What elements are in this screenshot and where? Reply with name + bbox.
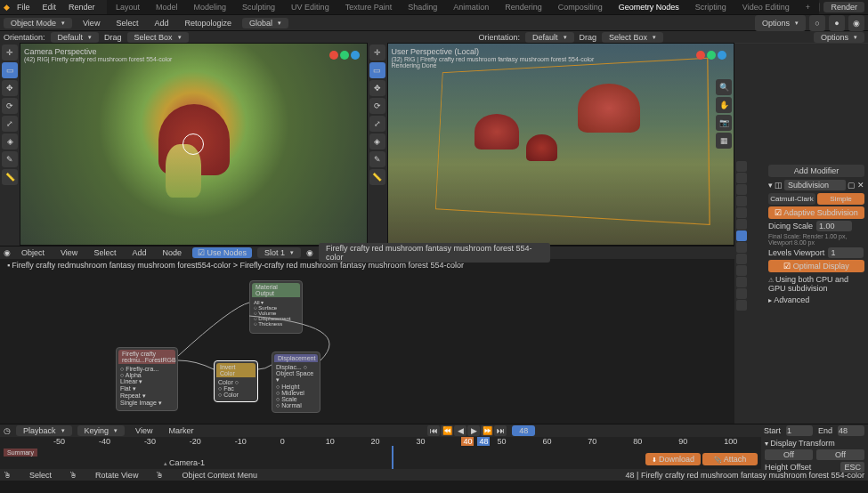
play-icon[interactable]: ▶ xyxy=(467,425,480,436)
props-tab-material-icon[interactable] xyxy=(736,288,747,299)
persp-icon[interactable]: ▦ xyxy=(716,133,732,149)
hdr-object[interactable]: Retopologize xyxy=(179,17,237,29)
menu-file[interactable]: File xyxy=(12,1,36,13)
scale-tool2-icon[interactable]: ⤢ xyxy=(369,116,385,132)
select-tool2-icon[interactable]: ▭ xyxy=(369,62,385,78)
options-dropdown2[interactable]: Options xyxy=(814,32,864,43)
cursor-tool-icon[interactable]: ✛ xyxy=(2,44,18,61)
node-object[interactable]: Object xyxy=(16,246,50,259)
rotate-tool-icon[interactable]: ⟳ xyxy=(2,98,18,114)
keying-menu[interactable]: Keying xyxy=(77,425,126,436)
add-modifier-button[interactable]: Add Modifier xyxy=(768,165,864,177)
selectbox-dropdown2[interactable]: Select Box xyxy=(602,32,663,43)
node-select[interactable]: Select xyxy=(88,246,121,259)
props-tab-view-icon[interactable] xyxy=(736,184,747,195)
playhead[interactable] xyxy=(392,446,393,469)
nav-gizmo2[interactable] xyxy=(696,51,726,60)
move-tool-icon[interactable]: ✥ xyxy=(2,80,18,96)
end-frame-input[interactable] xyxy=(838,425,864,436)
download-button[interactable]: ⬇ Download xyxy=(645,453,701,465)
ws-model[interactable]: Model xyxy=(150,1,183,13)
viewport-right[interactable]: User Perspective (Local) (32) RIG | Fire… xyxy=(387,43,735,246)
ws-add[interactable]: + xyxy=(800,1,815,13)
annotate-tool-icon[interactable]: ✎ xyxy=(2,151,18,167)
hdr-select[interactable]: Select xyxy=(110,17,143,29)
hdr-view[interactable]: View xyxy=(77,17,105,29)
ws-uv[interactable]: UV Editing xyxy=(286,1,335,13)
adaptive-checkbox[interactable]: ☑ Adaptive Subdivision xyxy=(768,206,864,219)
props-tab-constraint-icon[interactable] xyxy=(736,265,747,276)
menu-edit[interactable]: Edit xyxy=(37,1,62,13)
jump-end-icon[interactable]: ⏭ xyxy=(494,425,507,436)
transform-tool-icon[interactable]: ◈ xyxy=(2,133,18,150)
ws-layout[interactable]: Layout xyxy=(110,1,145,13)
ws-modeling[interactable]: Modeling xyxy=(189,1,232,13)
tab-catmull[interactable]: Catmull-Clark xyxy=(768,193,815,205)
levels-input[interactable] xyxy=(828,247,864,258)
current-frame[interactable]: 48 xyxy=(512,425,535,436)
display-off1[interactable]: Off xyxy=(765,449,813,460)
attach-button[interactable]: 📎 Attach xyxy=(702,453,758,465)
props-tab-physics-icon[interactable] xyxy=(736,254,747,264)
props-tab-world-icon[interactable] xyxy=(736,207,747,218)
ws-geonodes[interactable]: Geometry Nodes xyxy=(613,1,685,13)
mode-select[interactable]: Object Mode xyxy=(4,18,72,28)
timeline-view[interactable]: View xyxy=(130,424,158,437)
modifier-view-icon[interactable]: ▢ xyxy=(848,181,856,190)
props-tab-modifier-icon[interactable] xyxy=(736,230,747,241)
slot-select[interactable]: Slot 1 xyxy=(257,247,301,258)
transform-global[interactable]: Global xyxy=(242,18,288,28)
timeline-editor-icon[interactable]: ◷ xyxy=(4,426,11,435)
playback-menu[interactable]: Playback xyxy=(16,425,72,436)
node-displacement[interactable]: Displacement Displac... ○Object Space ▾○… xyxy=(272,352,320,413)
node-texcoord[interactable]: Firefly crafty redmu...ForestRGB ○ Firef… xyxy=(116,347,178,411)
nav-gizmo[interactable] xyxy=(329,51,360,60)
rotate-tool2-icon[interactable]: ⟳ xyxy=(369,98,385,114)
summary-row[interactable]: Summary xyxy=(4,449,37,457)
ws-sculpt[interactable]: Sculpting xyxy=(237,1,280,13)
jump-start-icon[interactable]: ⏮ xyxy=(427,425,440,436)
prev-key-icon[interactable]: ⏪ xyxy=(441,425,453,436)
menu-render[interactable]: Render xyxy=(63,1,101,13)
select-tool-icon[interactable]: ▭ xyxy=(2,62,18,78)
advanced-toggle[interactable]: ▸ Advanced xyxy=(768,295,864,304)
measure-tool-icon[interactable]: 📏 xyxy=(2,169,18,185)
ws-video[interactable]: Video Editing xyxy=(737,1,795,13)
node-node[interactable]: Node xyxy=(157,246,187,259)
use-nodes-toggle[interactable]: ☑ Use Nodes xyxy=(192,247,252,258)
next-key-icon[interactable]: ⏩ xyxy=(481,425,493,436)
ws-shading[interactable]: Shading xyxy=(402,1,442,13)
node-principled[interactable]: Material Output All ▾○ Surface○ Volume○ … xyxy=(249,280,303,334)
node-add[interactable]: Add xyxy=(126,246,151,259)
display-off2[interactable]: Off xyxy=(816,449,864,460)
shading-wire-icon[interactable]: ○ xyxy=(809,15,825,31)
pan-icon[interactable]: ✋ xyxy=(716,97,732,113)
measure-tool2-icon[interactable]: 📏 xyxy=(369,169,385,185)
tab-simple[interactable]: Simple xyxy=(817,193,864,205)
zoom-icon[interactable]: 🔍 xyxy=(716,79,732,95)
shading-render-icon[interactable]: ◉ xyxy=(848,15,864,31)
hdr-add[interactable]: Add xyxy=(149,17,174,29)
modifier-name-field[interactable]: Subdivision xyxy=(784,180,846,190)
selectbox-dropdown[interactable]: Select Box xyxy=(127,32,189,43)
optimal-checkbox[interactable]: ☑ Optimal Display xyxy=(768,260,864,272)
props-tab-particle-icon[interactable] xyxy=(736,242,747,253)
ws-render[interactable]: Rendering xyxy=(499,1,548,13)
ws-comp[interactable]: Compositing xyxy=(553,1,608,13)
editor-type-icon[interactable]: ◉ xyxy=(4,248,11,257)
props-tab-render-icon[interactable] xyxy=(736,161,747,172)
material-select[interactable]: Firefly crafty red mushroom fantasy mush… xyxy=(319,243,550,263)
props-tab-texture-icon[interactable] xyxy=(736,300,747,311)
render-button[interactable]: Render xyxy=(823,2,864,12)
orientation-select[interactable]: Default xyxy=(51,32,100,43)
play-rev-icon[interactable]: ◀ xyxy=(454,425,466,436)
node-view[interactable]: View xyxy=(55,246,83,259)
scale-tool-icon[interactable]: ⤢ xyxy=(2,116,18,132)
options-dropdown[interactable]: Options xyxy=(755,15,806,31)
props-tab-output-icon[interactable] xyxy=(736,173,747,183)
viewport-left[interactable]: Camera Perspective (42) RIG| Firefly cra… xyxy=(20,43,368,246)
props-tab-data-icon[interactable] xyxy=(736,277,747,287)
ws-anim[interactable]: Animation xyxy=(448,1,494,13)
dicing-input[interactable] xyxy=(816,221,852,231)
move-tool2-icon[interactable]: ✥ xyxy=(369,80,385,96)
